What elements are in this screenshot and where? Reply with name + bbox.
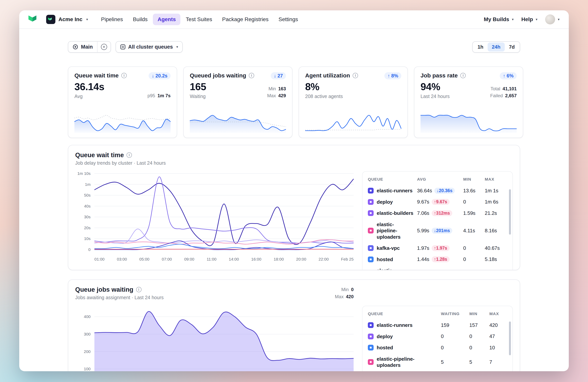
filter-toolbar: Main ✕ All cluster queues [19,29,569,53]
desktop-background: Acme Inc ▾ Pipelines Builds Agents Test … [0,0,588,382]
table-row[interactable]: kafka-vpc 1.97s↑1.97s 0 40.67s [368,242,506,254]
info-icon[interactable]: i [121,73,127,78]
range-7d-button[interactable]: 7d [505,42,519,52]
cluster-filter-main[interactable]: Main [68,41,97,52]
delta-pill: ↑1.97s [432,245,450,251]
queue-jobs-table: QUEUEWAITING MINMAX elastic-runners 159 … [362,306,513,371]
sparkline-chart [420,113,517,133]
range-1h-button[interactable]: 1h [473,42,488,52]
info-icon[interactable]: i [249,73,254,78]
trend-badge: ↑ 6% [500,72,517,79]
y-axis-label: 30s [75,215,91,219]
queue-icon [368,228,374,233]
queues-icon [120,44,126,50]
queue-icon [368,334,374,339]
queue-icon [368,322,374,328]
dashboard-content: Queue wait time i ↓ 20.2s 36.14s Avg p95… [68,66,520,371]
table-row[interactable]: elastic-runners-xl 0 0 0 [368,265,506,270]
table-row[interactable]: elastic-pipeline-uploaders 5 5 7 [368,353,506,371]
nav-package-registries[interactable]: Package Registries [217,14,273,25]
kpi-title: Agent utilization [305,72,350,79]
my-builds-menu[interactable]: My Builds ▾ [484,16,514,22]
org-name: Acme Inc [59,16,83,22]
y-axis-label: 1m 10s [75,171,91,176]
kpi-sub-label: Waiting [190,94,206,99]
table-row[interactable]: deploy 0 0 47 [368,331,506,342]
org-switcher[interactable]: Acme Inc ▾ [46,15,88,24]
nav-agents[interactable]: Agents [153,14,180,25]
table-row[interactable]: hosted 1.44s↑1.28s 0 5.18s [368,254,506,265]
chevron-down-icon: ▾ [558,17,560,21]
queue-icon [368,359,374,365]
kpi-side-stats: Min163 Max429 [267,85,286,99]
table-row[interactable]: elastic-builders 1 1 3 [368,371,506,371]
delta-pill: ↓20.36s [434,188,455,194]
chevron-down-icon: ▾ [86,17,88,21]
cluster-filter-chip: Main ✕ [68,41,111,53]
y-axis-label: 400 [75,314,91,319]
queue-icon [368,199,374,205]
avatar [545,14,555,24]
chevron-down-icon: ▾ [176,45,178,49]
clear-cluster-filter-button[interactable]: ✕ [98,41,111,52]
table-header: QUEUEWAITING MINMAX [368,310,506,320]
queue-wait-table: QUEUEAVG MINMAX elastic-runners 36.64s↓2… [362,171,513,270]
section-subtitle: Job delay trends by cluster · Last 24 ho… [75,160,513,166]
info-icon[interactable]: i [126,152,132,158]
range-24h-button[interactable]: 24h [488,42,505,52]
queue-jobs-waiting-section: Queue jobs waiting i Jobs awaiting assig… [68,279,520,371]
section-title: Queue jobs waiting [75,286,133,293]
chevron-down-icon: ▾ [536,17,537,21]
wait-time-line-chart: 1m 10s1m50s40s30s20s10s0 [75,171,354,254]
table-row[interactable]: deploy 9.67s↑9.67s 0 1m 6s [368,196,506,208]
delta-pill: ↑9.67s [432,199,450,205]
kpi-value: 8% [305,81,343,92]
trend-badge: ↓ 20.2s [149,72,170,79]
delta-pill: ↓201ms [432,228,452,234]
y-axis-label: 40s [75,204,91,208]
buildkite-logo[interactable] [28,15,40,23]
queue-icon [368,188,374,194]
y-axis-label: 300 [75,332,91,337]
kpi-value: 94% [420,81,450,92]
sparkline-chart [74,113,170,133]
y-axis-label: 20s [75,226,91,230]
kpi-card-job-pass-rate: Job pass rate i ↑ 6% 94% Last 24 hours T… [414,66,523,138]
table-row[interactable]: elastic-builders 7.06s↑312ms 1.59s 21.2s [368,207,506,219]
kpi-value: 165 [190,81,206,92]
jobs-waiting-area-chart: 400300200100 [75,306,354,371]
y-axis-label: 100 [75,367,91,371]
queue-icon [368,210,374,216]
org-logo-icon [46,15,55,24]
info-icon[interactable]: i [353,73,358,78]
app-window: Acme Inc ▾ Pipelines Builds Agents Test … [19,10,569,371]
table-row[interactable]: elastic-pipeline-uploaders 5.99s↓201ms 4… [368,219,506,243]
nav-builds[interactable]: Builds [128,14,152,25]
user-menu[interactable]: ▾ [545,14,560,24]
table-scrollbar[interactable] [509,189,511,235]
delta-pill: ↑312ms [432,210,452,216]
table-scrollbar[interactable] [509,322,511,355]
queue-icon [368,257,374,262]
delta-pill: ↑1.28s [432,256,450,262]
section-title: Queue wait time [75,151,124,159]
nav-pipelines[interactable]: Pipelines [97,14,128,25]
nav-test-suites[interactable]: Test Suites [181,14,217,25]
y-axis-label: 10s [75,236,91,241]
top-navigation: Acme Inc ▾ Pipelines Builds Agents Test … [19,10,569,29]
table-row[interactable]: hosted 0 0 10 [368,342,506,353]
info-icon[interactable]: i [460,73,466,78]
queue-filter-dropdown[interactable]: All cluster queues ▾ [116,41,183,53]
primary-nav: Pipelines Builds Agents Test Suites Pack… [97,14,303,25]
kpi-card-queued-jobs-waiting: Queued jobs waiting i ↓ 27 165 Waiting M… [183,66,293,138]
min-max-summary: Min0 Max420 [335,286,354,300]
x-axis-labels: 01:0003:00 05:0007:00 09:0011:00 14:0016… [75,257,354,261]
table-row[interactable]: elastic-runners 159 157 420 [368,320,506,331]
help-menu[interactable]: Help ▾ [521,16,537,22]
nav-settings[interactable]: Settings [274,14,303,25]
section-subtitle: Jobs awaiting assignment · Last 24 hours [75,295,513,300]
kpi-side-stats: Total41,101 Failed2,657 [490,85,517,99]
info-icon[interactable]: i [136,287,142,292]
table-row[interactable]: elastic-runners 36.64s↓20.36s 13.6s 1m 1… [368,185,506,196]
kpi-title: Queued jobs waiting [190,72,246,79]
